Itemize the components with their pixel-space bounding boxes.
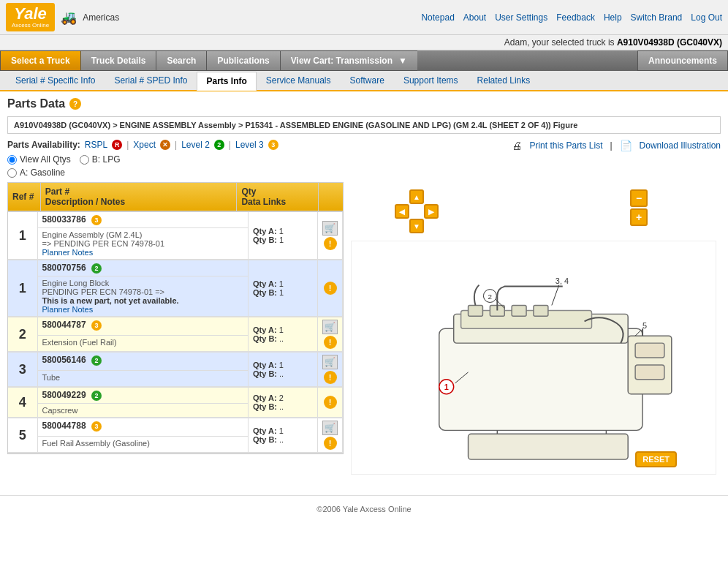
print-list-link[interactable]: Print this Parts List (529, 140, 602, 151)
info-icon-4[interactable]: ! (324, 396, 337, 409)
table-partnum-5: 580044788 3 (37, 418, 249, 437)
gasoline-option[interactable]: A: Gasoline (7, 167, 278, 178)
table-ref-5: 5 (8, 418, 37, 453)
main-nav: Select a Truck Truck Details Search Publ… (0, 50, 728, 71)
tab-service-manuals[interactable]: Service Manuals (257, 71, 341, 90)
parts-data-table: 1580033786 3Qty A: 1Qty B: 1🛒!Engine Ass… (8, 212, 343, 453)
svg-rect-13 (469, 434, 629, 459)
path-bar: A910V04938D (GC040VX) > ENGINE ASSEMBLY … (7, 116, 721, 134)
xpect-link[interactable]: Xpect (133, 140, 156, 150)
table-ref-4: 4 (8, 388, 37, 418)
table-action-5[interactable]: 🛒! (318, 418, 343, 453)
view-options: View All Qtys B: LPG (7, 154, 278, 165)
info-icon-5[interactable]: ! (324, 437, 337, 450)
svg-text:5: 5 (642, 321, 647, 330)
tab-related-links[interactable]: Related Links (468, 71, 540, 90)
tab-serial-specific[interactable]: Serial # Specific Info (6, 71, 105, 90)
table-action-2[interactable]: 🛒! (318, 317, 343, 352)
tab-support-items[interactable]: Support Items (394, 71, 468, 90)
cart-icon-0[interactable]: 🛒 (322, 221, 338, 236)
svg-text:3, 4: 3, 4 (556, 276, 569, 285)
svg-rect-8 (635, 343, 664, 358)
svg-text:1: 1 (444, 383, 449, 391)
publications-btn[interactable]: Publications (206, 50, 279, 71)
view-all-qtys-option[interactable]: View All Qtys (7, 154, 71, 165)
cart-icon-2[interactable]: 🛒 (322, 320, 338, 334)
table-partnum-1: 580070756 2 (37, 260, 249, 276)
table-action-3[interactable]: 🛒! (318, 353, 343, 387)
view-b-radio[interactable] (80, 155, 89, 165)
rspl-badge: R (112, 140, 122, 150)
table-qty-3: Qty A: 1Qty B: .. (249, 353, 318, 387)
table-desc-3: Tube (37, 371, 249, 387)
cart-icon-5[interactable]: 🛒 (322, 421, 338, 435)
view-all-qtys-radio[interactable] (7, 155, 17, 165)
cart-icon-3[interactable]: 🛒 (322, 355, 338, 369)
table-qty-0: Qty A: 1Qty B: 1 (249, 212, 318, 260)
tab-parts-info[interactable]: Parts Info (197, 72, 256, 91)
table-desc-2: Extension (Fuel Rail) (37, 336, 249, 352)
page-title-text: Parts Data (7, 97, 65, 110)
arrow-down-btn[interactable]: ▼ (409, 219, 424, 233)
info-icon-0[interactable]: ! (324, 237, 337, 250)
zoom-out-btn[interactable]: − (630, 189, 648, 207)
table-action-1[interactable]: ! (318, 260, 343, 317)
footer-text: ©2006 Yale Axcess Online (316, 505, 411, 513)
table-partnum-2: 580044787 3 (37, 317, 249, 336)
table-desc-5: Fuel Rail Assembly (Gasoline) (37, 437, 249, 453)
level3-link[interactable]: Level 3 (235, 140, 264, 150)
help-link[interactable]: Help (604, 12, 622, 23)
page-content: Parts Data ? A910V04938D (GC040VX) > ENG… (0, 91, 728, 481)
forklift-icon: 🚜 (61, 10, 77, 26)
truck-prefix: Adam, your selected truck is (504, 37, 615, 48)
level2-link[interactable]: Level 2 (181, 140, 210, 150)
table-qty-4: Qty A: 2Qty B: .. (249, 388, 318, 418)
logo-text: Yale (14, 6, 46, 22)
table-qty-2: Qty A: 1Qty B: .. (249, 317, 318, 352)
log-out-link[interactable]: Log Out (691, 12, 722, 23)
table-area: Ref # Part #Description / Notes QtyData … (7, 182, 721, 475)
header-qty: QtyData Links (237, 183, 319, 211)
table-scroll[interactable]: 1580033786 3Qty A: 1Qty B: 1🛒!Engine Ass… (7, 211, 344, 454)
search-btn[interactable]: Search (156, 50, 206, 71)
svg-rect-0 (439, 328, 642, 430)
zoom-in-btn[interactable]: + (630, 208, 648, 226)
reset-btn[interactable]: RESET (635, 451, 677, 467)
switch-brand-link[interactable]: Switch Brand (631, 12, 683, 23)
controls-row: Parts Availability: RSPL R | Xpect ✕ | L… (7, 140, 721, 178)
download-illustration-link[interactable]: Download Illustration (640, 140, 721, 151)
table-action-4[interactable]: ! (318, 388, 343, 418)
tab-software[interactable]: Software (341, 71, 394, 90)
view-b-option[interactable]: B: LPG (80, 154, 121, 165)
illustration-img: 1 2 3, 4 5 (351, 241, 721, 453)
top-links: Notepad About User Settings Feedback Hel… (421, 12, 722, 23)
level3-badge: 3 (268, 140, 278, 150)
tab-serial-sped[interactable]: Serial # SPED Info (105, 71, 197, 90)
right-controls: 🖨 Print this Parts List | 📄 Download Ill… (512, 140, 721, 151)
svg-rect-9 (635, 365, 664, 380)
user-settings-link[interactable]: User Settings (495, 12, 547, 23)
truck-details-btn[interactable]: Truck Details (80, 50, 156, 71)
select-truck-btn[interactable]: Select a Truck (0, 50, 80, 71)
view-cart-btn[interactable]: View Cart: Transmission ▼ (280, 50, 417, 71)
info-icon-2[interactable]: ! (324, 336, 337, 349)
announcements-btn[interactable]: Announcements (637, 50, 728, 71)
logo-area: Yale Axcess Online 🚜 Americas (6, 3, 119, 31)
arrow-up-btn[interactable]: ▲ (409, 189, 424, 204)
about-link[interactable]: About (463, 12, 486, 23)
feedback-link[interactable]: Feedback (556, 12, 595, 23)
info-icon-3[interactable]: ! (324, 371, 337, 384)
footer: ©2006 Yale Axcess Online (0, 495, 728, 522)
info-icon-1[interactable]: ! (324, 282, 337, 295)
table-ref-0: 1 (8, 212, 37, 260)
table-desc-1: Engine Long BlockPENDING PER ECN 74978-0… (37, 276, 249, 317)
planner-notes-link-1[interactable]: Planner Notes (42, 305, 94, 314)
arrow-left-btn[interactable]: ◀ (395, 204, 409, 219)
arrow-right-btn[interactable]: ▶ (424, 204, 439, 219)
gasoline-radio[interactable] (7, 168, 17, 178)
help-icon[interactable]: ? (69, 98, 81, 110)
planner-notes-link-0[interactable]: Planner Notes (42, 248, 94, 257)
rspl-link[interactable]: RSPL (85, 140, 107, 150)
notepad-link[interactable]: Notepad (421, 12, 454, 23)
table-action-0[interactable]: 🛒! (318, 212, 343, 260)
